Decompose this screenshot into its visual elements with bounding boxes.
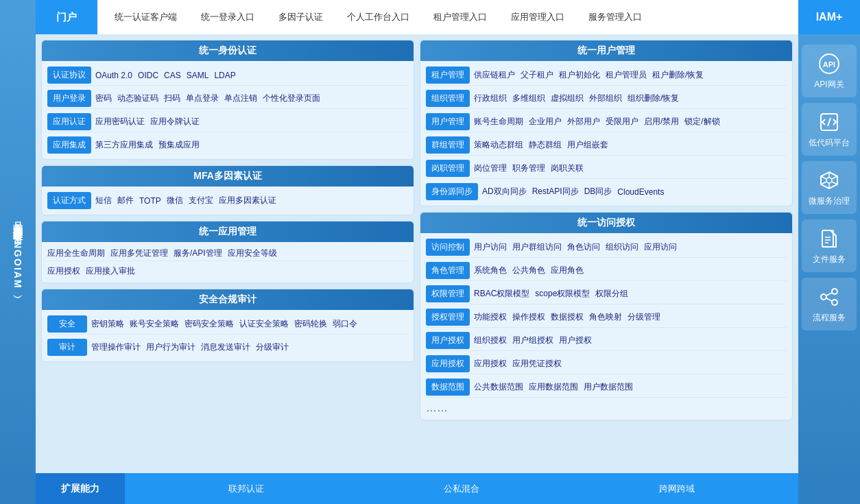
uauth-item-1[interactable]: 用户组授权: [512, 335, 553, 346]
ds-item-1[interactable]: 应用数据范围: [529, 381, 578, 393]
tenant-item-4[interactable]: 租户删除/恢复: [652, 69, 704, 81]
role-item-0[interactable]: 系统角色: [474, 265, 507, 276]
audit-item-1[interactable]: 用户行为审计: [146, 341, 195, 353]
sec-item-02[interactable]: 密码安全策略: [184, 318, 234, 330]
sec-item-00[interactable]: 密钥策略: [91, 318, 124, 330]
nav-item-0[interactable]: 统一认证客户端: [104, 0, 187, 34]
grant-item-3[interactable]: 角色映射: [589, 311, 622, 323]
ds-item-0[interactable]: 公共数据范围: [474, 381, 523, 393]
app-mgmt-item-10[interactable]: 应用授权: [47, 265, 80, 277]
group-item-0[interactable]: 策略动态群组: [474, 139, 523, 151]
pos-item-2[interactable]: 岗职关联: [551, 163, 584, 174]
login-item-1[interactable]: 动态验证码: [117, 93, 158, 104]
app-mgmt-item-02[interactable]: 服务/API管理: [174, 248, 222, 259]
mfa-item-3[interactable]: 微信: [167, 195, 183, 206]
auth-item-cas[interactable]: CAS: [164, 71, 181, 80]
grant-item-4[interactable]: 分级管理: [628, 311, 660, 323]
audit-item-3[interactable]: 分级审计: [256, 341, 289, 353]
mfa-item-0[interactable]: 短信: [95, 195, 112, 206]
grant-item-2[interactable]: 数据授权: [551, 311, 584, 323]
ac-item-2[interactable]: 角色访问: [567, 241, 600, 253]
service-microservice[interactable]: 微服务治理: [802, 161, 857, 214]
login-item-4[interactable]: 单点注销: [224, 93, 257, 104]
sync-item-2[interactable]: DB同步: [584, 186, 612, 197]
nav-item-4[interactable]: 租户管理入口: [423, 0, 497, 34]
ac-item-3[interactable]: 组织访问: [606, 241, 638, 253]
nav-item-5[interactable]: 应用管理入口: [501, 0, 575, 34]
user-item-2[interactable]: 外部用户: [567, 116, 600, 128]
app-integration-item-1[interactable]: 预集成应用: [158, 139, 200, 151]
ac-item-0[interactable]: 用户访问: [474, 241, 507, 253]
org-item-1[interactable]: 多维组织: [512, 93, 545, 104]
ds-item-2[interactable]: 用户数据范围: [584, 381, 633, 393]
auth-item-oidc[interactable]: OIDC: [138, 71, 158, 80]
perm-item-1[interactable]: scope权限模型: [535, 288, 590, 300]
audit-item-2[interactable]: 消息发送审计: [201, 341, 250, 353]
role-item-2[interactable]: 应用角色: [551, 265, 584, 276]
nav-item-2[interactable]: 多因子认证: [268, 0, 333, 34]
tenant-item-0[interactable]: 供应链租户: [474, 69, 515, 81]
sec-item-03[interactable]: 认证安全策略: [239, 318, 289, 330]
perm-item-2[interactable]: 权限分组: [595, 288, 628, 300]
login-item-5[interactable]: 个性化登录页面: [263, 93, 320, 104]
group-item-2[interactable]: 用户组嵌套: [567, 139, 608, 151]
app-mgmt-item-03[interactable]: 应用安全等级: [228, 248, 277, 259]
mfa-item-4[interactable]: 支付宝: [189, 195, 213, 206]
apg-item-0[interactable]: 应用授权: [474, 358, 507, 370]
service-api[interactable]: API API网关: [802, 45, 857, 97]
service-workflow[interactable]: 流程服务: [802, 278, 857, 331]
auth-item-saml[interactable]: SAML: [187, 71, 209, 80]
nav-item-1[interactable]: 统一登录入口: [191, 0, 265, 34]
app-mgmt-item-11[interactable]: 应用接入审批: [86, 265, 135, 277]
app-mgmt-item-01[interactable]: 应用多凭证管理: [110, 248, 168, 259]
user-item-4[interactable]: 启用/禁用: [644, 116, 679, 128]
pos-item-0[interactable]: 岗位管理: [474, 163, 507, 174]
auth-item-oauth[interactable]: OAuth 2.0: [95, 71, 132, 80]
service-lowcode[interactable]: 低代码平台: [802, 103, 857, 156]
more-dots[interactable]: ……: [426, 402, 448, 414]
nav-home-button[interactable]: 门户: [36, 0, 97, 34]
pos-item-1[interactable]: 职务管理: [512, 163, 545, 174]
user-item-5[interactable]: 锁定/解锁: [684, 116, 719, 128]
expand-item-1[interactable]: 公私混合: [444, 483, 479, 495]
mfa-item-5[interactable]: 应用多因素认证: [219, 195, 276, 206]
user-item-0[interactable]: 账号生命周期: [474, 116, 523, 128]
login-item-3[interactable]: 单点登录: [186, 93, 219, 104]
ac-item-1[interactable]: 用户群组访问: [512, 241, 562, 253]
app-mgmt-item-00[interactable]: 应用全生命周期: [47, 248, 105, 259]
ac-item-4[interactable]: 应用访问: [644, 241, 677, 253]
auth-item-ldap[interactable]: LDAP: [214, 71, 235, 80]
role-item-1[interactable]: 公共角色: [512, 265, 545, 276]
apg-item-1[interactable]: 应用凭证授权: [512, 358, 562, 370]
perm-item-0[interactable]: RBAC权限模型: [474, 288, 529, 300]
audit-item-0[interactable]: 管理操作审计: [91, 341, 141, 353]
login-item-2[interactable]: 扫码: [164, 93, 180, 104]
nav-item-6[interactable]: 服务管理入口: [578, 0, 652, 34]
org-item-3[interactable]: 外部组织: [589, 93, 622, 104]
expand-item-2[interactable]: 跨网跨域: [659, 483, 695, 495]
user-item-3[interactable]: 受限用户: [606, 116, 638, 128]
grant-item-1[interactable]: 操作授权: [512, 311, 545, 323]
sync-item-3[interactable]: CloudEvents: [617, 187, 664, 197]
org-item-0[interactable]: 行政组织: [474, 93, 507, 104]
expand-item-0[interactable]: 联邦认证: [228, 483, 264, 495]
org-item-4[interactable]: 组织删除/恢复: [628, 93, 679, 104]
sec-item-04[interactable]: 密码轮换: [294, 318, 327, 330]
tenant-item-1[interactable]: 父子租户: [521, 69, 553, 81]
login-item-0[interactable]: 密码: [95, 93, 112, 104]
org-item-2[interactable]: 虚拟组织: [551, 93, 584, 104]
tenant-item-2[interactable]: 租户初始化: [559, 69, 600, 81]
app-auth-item-0[interactable]: 应用密码认证: [95, 116, 145, 128]
uauth-item-0[interactable]: 组织授权: [474, 335, 507, 346]
user-item-1[interactable]: 企业用户: [529, 116, 562, 128]
app-auth-item-1[interactable]: 应用令牌认证: [150, 116, 200, 128]
sync-item-1[interactable]: RestAPI同步: [532, 186, 579, 197]
group-item-1[interactable]: 静态群组: [529, 139, 562, 151]
app-integration-item-0[interactable]: 第三方应用集成: [95, 139, 153, 151]
nav-item-3[interactable]: 个人工作台入口: [337, 0, 420, 34]
service-file[interactable]: 文件服务: [802, 219, 857, 272]
uauth-item-2[interactable]: 用户授权: [559, 335, 592, 346]
sync-item-0[interactable]: AD双向同步: [482, 186, 527, 197]
grant-item-0[interactable]: 功能授权: [474, 311, 507, 323]
sec-item-01[interactable]: 账号安全策略: [130, 318, 179, 330]
